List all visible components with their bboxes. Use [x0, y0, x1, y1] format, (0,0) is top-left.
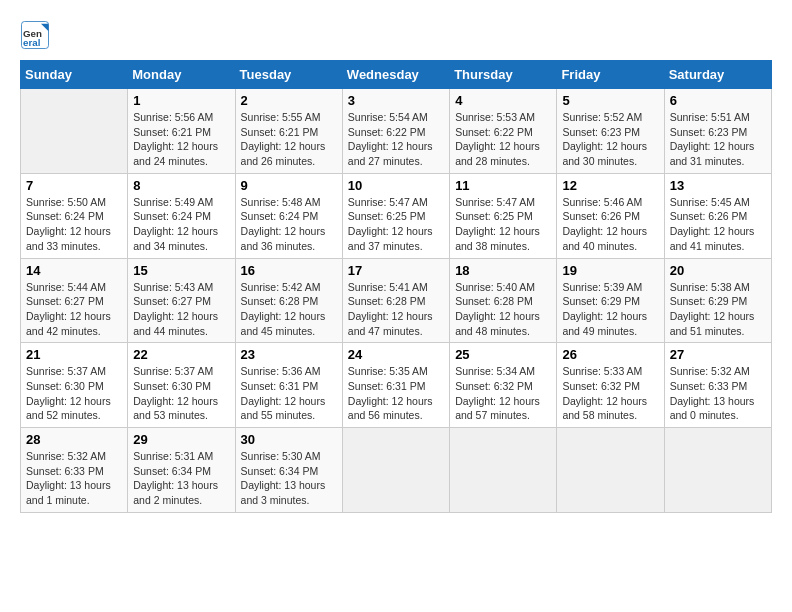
calendar-cell: 29Sunrise: 5:31 AM Sunset: 6:34 PM Dayli… [128, 428, 235, 513]
day-info: Sunrise: 5:51 AM Sunset: 6:23 PM Dayligh… [670, 110, 766, 169]
calendar-cell: 3Sunrise: 5:54 AM Sunset: 6:22 PM Daylig… [342, 89, 449, 174]
day-number: 11 [455, 178, 551, 193]
calendar-cell: 28Sunrise: 5:32 AM Sunset: 6:33 PM Dayli… [21, 428, 128, 513]
header-thursday: Thursday [450, 61, 557, 89]
day-info: Sunrise: 5:48 AM Sunset: 6:24 PM Dayligh… [241, 195, 337, 254]
calendar-cell: 6Sunrise: 5:51 AM Sunset: 6:23 PM Daylig… [664, 89, 771, 174]
header-friday: Friday [557, 61, 664, 89]
calendar-cell: 24Sunrise: 5:35 AM Sunset: 6:31 PM Dayli… [342, 343, 449, 428]
calendar-cell [21, 89, 128, 174]
calendar-cell: 10Sunrise: 5:47 AM Sunset: 6:25 PM Dayli… [342, 173, 449, 258]
day-number: 6 [670, 93, 766, 108]
calendar-cell [664, 428, 771, 513]
calendar-cell: 30Sunrise: 5:30 AM Sunset: 6:34 PM Dayli… [235, 428, 342, 513]
day-number: 14 [26, 263, 122, 278]
day-number: 30 [241, 432, 337, 447]
calendar-cell: 18Sunrise: 5:40 AM Sunset: 6:28 PM Dayli… [450, 258, 557, 343]
calendar-cell: 4Sunrise: 5:53 AM Sunset: 6:22 PM Daylig… [450, 89, 557, 174]
calendar-cell [342, 428, 449, 513]
header-wednesday: Wednesday [342, 61, 449, 89]
day-number: 16 [241, 263, 337, 278]
calendar-cell: 11Sunrise: 5:47 AM Sunset: 6:25 PM Dayli… [450, 173, 557, 258]
calendar-cell: 7Sunrise: 5:50 AM Sunset: 6:24 PM Daylig… [21, 173, 128, 258]
day-info: Sunrise: 5:32 AM Sunset: 6:33 PM Dayligh… [26, 449, 122, 508]
day-number: 26 [562, 347, 658, 362]
day-info: Sunrise: 5:35 AM Sunset: 6:31 PM Dayligh… [348, 364, 444, 423]
day-info: Sunrise: 5:30 AM Sunset: 6:34 PM Dayligh… [241, 449, 337, 508]
day-info: Sunrise: 5:55 AM Sunset: 6:21 PM Dayligh… [241, 110, 337, 169]
day-number: 19 [562, 263, 658, 278]
day-info: Sunrise: 5:37 AM Sunset: 6:30 PM Dayligh… [26, 364, 122, 423]
day-info: Sunrise: 5:40 AM Sunset: 6:28 PM Dayligh… [455, 280, 551, 339]
day-info: Sunrise: 5:46 AM Sunset: 6:26 PM Dayligh… [562, 195, 658, 254]
header-sunday: Sunday [21, 61, 128, 89]
logo-icon: Gen eral [20, 20, 50, 50]
header-monday: Monday [128, 61, 235, 89]
calendar-cell: 15Sunrise: 5:43 AM Sunset: 6:27 PM Dayli… [128, 258, 235, 343]
calendar-cell: 21Sunrise: 5:37 AM Sunset: 6:30 PM Dayli… [21, 343, 128, 428]
day-info: Sunrise: 5:49 AM Sunset: 6:24 PM Dayligh… [133, 195, 229, 254]
day-number: 27 [670, 347, 766, 362]
day-info: Sunrise: 5:37 AM Sunset: 6:30 PM Dayligh… [133, 364, 229, 423]
svg-text:eral: eral [23, 37, 41, 48]
day-info: Sunrise: 5:54 AM Sunset: 6:22 PM Dayligh… [348, 110, 444, 169]
day-number: 9 [241, 178, 337, 193]
day-info: Sunrise: 5:47 AM Sunset: 6:25 PM Dayligh… [348, 195, 444, 254]
day-info: Sunrise: 5:43 AM Sunset: 6:27 PM Dayligh… [133, 280, 229, 339]
day-number: 21 [26, 347, 122, 362]
day-info: Sunrise: 5:42 AM Sunset: 6:28 PM Dayligh… [241, 280, 337, 339]
calendar-table: SundayMondayTuesdayWednesdayThursdayFrid… [20, 60, 772, 513]
calendar-cell: 12Sunrise: 5:46 AM Sunset: 6:26 PM Dayli… [557, 173, 664, 258]
page-header: Gen eral [20, 20, 772, 50]
day-info: Sunrise: 5:41 AM Sunset: 6:28 PM Dayligh… [348, 280, 444, 339]
day-number: 29 [133, 432, 229, 447]
day-number: 3 [348, 93, 444, 108]
calendar-cell [557, 428, 664, 513]
day-number: 22 [133, 347, 229, 362]
day-number: 10 [348, 178, 444, 193]
calendar-header-row: SundayMondayTuesdayWednesdayThursdayFrid… [21, 61, 772, 89]
calendar-week-3: 14Sunrise: 5:44 AM Sunset: 6:27 PM Dayli… [21, 258, 772, 343]
calendar-cell: 8Sunrise: 5:49 AM Sunset: 6:24 PM Daylig… [128, 173, 235, 258]
calendar-cell: 22Sunrise: 5:37 AM Sunset: 6:30 PM Dayli… [128, 343, 235, 428]
day-info: Sunrise: 5:39 AM Sunset: 6:29 PM Dayligh… [562, 280, 658, 339]
calendar-cell: 9Sunrise: 5:48 AM Sunset: 6:24 PM Daylig… [235, 173, 342, 258]
calendar-week-1: 1Sunrise: 5:56 AM Sunset: 6:21 PM Daylig… [21, 89, 772, 174]
day-number: 24 [348, 347, 444, 362]
day-info: Sunrise: 5:31 AM Sunset: 6:34 PM Dayligh… [133, 449, 229, 508]
calendar-cell: 1Sunrise: 5:56 AM Sunset: 6:21 PM Daylig… [128, 89, 235, 174]
calendar-cell: 16Sunrise: 5:42 AM Sunset: 6:28 PM Dayli… [235, 258, 342, 343]
header-saturday: Saturday [664, 61, 771, 89]
calendar-week-4: 21Sunrise: 5:37 AM Sunset: 6:30 PM Dayli… [21, 343, 772, 428]
day-info: Sunrise: 5:53 AM Sunset: 6:22 PM Dayligh… [455, 110, 551, 169]
day-info: Sunrise: 5:32 AM Sunset: 6:33 PM Dayligh… [670, 364, 766, 423]
calendar-week-5: 28Sunrise: 5:32 AM Sunset: 6:33 PM Dayli… [21, 428, 772, 513]
header-tuesday: Tuesday [235, 61, 342, 89]
day-info: Sunrise: 5:56 AM Sunset: 6:21 PM Dayligh… [133, 110, 229, 169]
calendar-cell: 19Sunrise: 5:39 AM Sunset: 6:29 PM Dayli… [557, 258, 664, 343]
calendar-cell: 25Sunrise: 5:34 AM Sunset: 6:32 PM Dayli… [450, 343, 557, 428]
day-info: Sunrise: 5:34 AM Sunset: 6:32 PM Dayligh… [455, 364, 551, 423]
day-info: Sunrise: 5:38 AM Sunset: 6:29 PM Dayligh… [670, 280, 766, 339]
calendar-cell: 27Sunrise: 5:32 AM Sunset: 6:33 PM Dayli… [664, 343, 771, 428]
day-info: Sunrise: 5:50 AM Sunset: 6:24 PM Dayligh… [26, 195, 122, 254]
day-number: 20 [670, 263, 766, 278]
day-number: 15 [133, 263, 229, 278]
day-info: Sunrise: 5:47 AM Sunset: 6:25 PM Dayligh… [455, 195, 551, 254]
day-number: 13 [670, 178, 766, 193]
day-info: Sunrise: 5:44 AM Sunset: 6:27 PM Dayligh… [26, 280, 122, 339]
calendar-week-2: 7Sunrise: 5:50 AM Sunset: 6:24 PM Daylig… [21, 173, 772, 258]
day-number: 5 [562, 93, 658, 108]
day-number: 8 [133, 178, 229, 193]
day-number: 23 [241, 347, 337, 362]
calendar-cell: 17Sunrise: 5:41 AM Sunset: 6:28 PM Dayli… [342, 258, 449, 343]
day-number: 18 [455, 263, 551, 278]
calendar-cell: 2Sunrise: 5:55 AM Sunset: 6:21 PM Daylig… [235, 89, 342, 174]
calendar-cell: 14Sunrise: 5:44 AM Sunset: 6:27 PM Dayli… [21, 258, 128, 343]
calendar-cell: 23Sunrise: 5:36 AM Sunset: 6:31 PM Dayli… [235, 343, 342, 428]
day-info: Sunrise: 5:33 AM Sunset: 6:32 PM Dayligh… [562, 364, 658, 423]
day-number: 28 [26, 432, 122, 447]
day-number: 4 [455, 93, 551, 108]
day-number: 17 [348, 263, 444, 278]
day-number: 2 [241, 93, 337, 108]
